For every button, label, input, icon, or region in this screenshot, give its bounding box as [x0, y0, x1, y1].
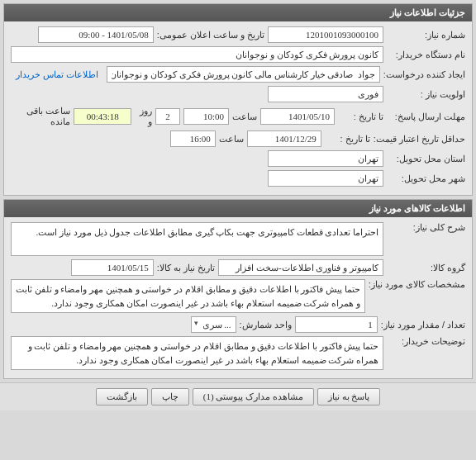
need-date-field[interactable] — [71, 259, 154, 276]
need-no-field[interactable] — [268, 26, 383, 43]
priority-field[interactable] — [268, 86, 383, 102]
deadline-label: مهلت ارسال پاسخ: — [387, 111, 465, 122]
desc-label: شرح کلی نیاز: — [387, 222, 465, 233]
province-label: استان محل تحویل: — [387, 154, 465, 164]
goods-info-panel: اطلاعات کالاهای مورد نیاز شرح کلی نیاز: … — [3, 199, 473, 379]
province-field[interactable] — [268, 150, 383, 167]
remain-txt: ساعت باقی مانده — [11, 106, 70, 127]
unit-label: واحد شمارش: — [240, 320, 292, 330]
to-date-label-1: تا تاریخ : — [338, 111, 383, 122]
pub-time-label: تاریخ و ساعت اعلان عمومی: — [157, 30, 264, 40]
panel1-header: جزئیات اطلاعات نیاز — [4, 4, 472, 21]
pub-time-field[interactable] — [38, 26, 154, 43]
time-label-1: ساعت — [232, 111, 257, 122]
days-remaining-field — [155, 108, 180, 125]
need-date-label: تاریخ نیاز به کالا: — [157, 263, 215, 273]
buyer-notes-field[interactable] — [11, 336, 383, 370]
buyer-notes-label: توضیحات خریدار: — [387, 336, 465, 347]
days-txt: روز و — [135, 106, 152, 127]
panel1-body: شماره نیاز: تاریخ و ساعت اعلان عمومی: نا… — [4, 21, 472, 195]
desc-field[interactable] — [11, 222, 383, 256]
priority-label: اولویت نیاز : — [387, 89, 465, 100]
button-bar: پاسخ به نیاز مشاهده مدارک پیوستی (1) چاپ… — [0, 382, 476, 410]
qty-label: تعداد / مقدار مورد نیاز: — [381, 320, 465, 330]
need-no-label: شماره نیاز: — [387, 30, 465, 40]
print-button[interactable]: چاپ — [151, 388, 189, 405]
buyer-contact-link[interactable]: اطلاعات تماس خریدار — [11, 69, 103, 80]
spec-label: مشخصات کالای مورد نیاز: — [369, 279, 465, 290]
creator-label: ایجاد کننده درخواست: — [383, 69, 465, 80]
deadline-time-field[interactable] — [183, 108, 229, 125]
countdown-field — [74, 108, 131, 125]
to-date-label-2: تا تاریخ : — [325, 134, 370, 145]
qty-field[interactable] — [295, 316, 378, 333]
need-details-panel: جزئیات اطلاعات نیاز شماره نیاز: تاریخ و … — [3, 3, 473, 196]
back-button[interactable]: بازگشت — [96, 388, 148, 405]
city-label: شهر محل تحویل: — [387, 173, 465, 184]
validity-time-field[interactable] — [170, 130, 216, 147]
deadline-date-field[interactable] — [260, 108, 335, 125]
time-label-2: ساعت — [219, 134, 244, 145]
validity-label: حداقل تاریخ اعتبار قیمت: — [374, 134, 465, 145]
reply-button[interactable]: پاسخ به نیاز — [317, 388, 381, 405]
group-field[interactable] — [218, 259, 383, 276]
spec-field[interactable] — [11, 279, 365, 313]
unit-select-wrap[interactable] — [191, 316, 236, 333]
panel2-header: اطلاعات کالاهای مورد نیاز — [4, 200, 472, 217]
view-attachments-button[interactable]: مشاهده مدارک پیوستی (1) — [193, 388, 314, 405]
group-label: گروه کالا: — [387, 263, 465, 273]
buyer-field[interactable] — [11, 46, 383, 63]
countdown-block: روز و ساعت باقی مانده — [11, 106, 180, 127]
buyer-label: نام دستگاه خریدار: — [387, 50, 465, 60]
city-field[interactable] — [268, 170, 383, 187]
unit-select[interactable] — [191, 316, 236, 333]
validity-date-field[interactable] — [247, 130, 321, 147]
creator-field[interactable] — [107, 66, 380, 83]
panel2-body: شرح کلی نیاز: گروه کالا: تاریخ نیاز به ک… — [4, 217, 472, 378]
